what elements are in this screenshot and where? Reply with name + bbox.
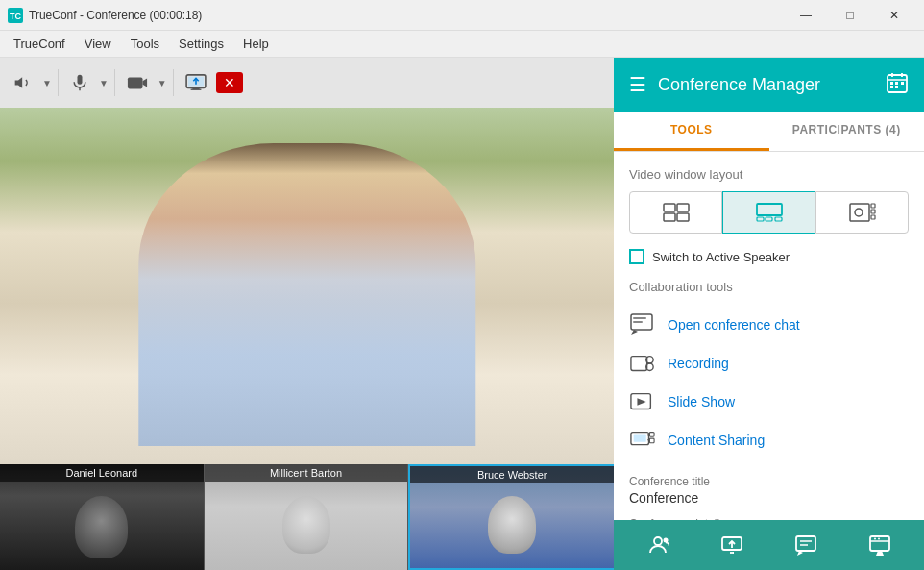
collab-label: Collaboration tools <box>629 280 909 294</box>
app-icon: TC <box>8 8 23 23</box>
svg-point-52 <box>737 549 739 551</box>
participants-bottom-button[interactable] <box>637 524 679 566</box>
content-sharing-link[interactable]: Content Sharing <box>668 433 765 448</box>
separator-2 <box>114 69 115 96</box>
svg-rect-22 <box>677 204 689 211</box>
calendar-icon[interactable] <box>886 71 909 99</box>
speaker-dropdown-icon[interactable]: ▼ <box>42 78 52 88</box>
svg-rect-17 <box>895 82 898 85</box>
recording-icon <box>629 350 656 377</box>
content-sharing-item[interactable]: Content Sharing <box>629 421 909 459</box>
svg-rect-45 <box>649 433 654 437</box>
conference-manager-header: ☰ Conference Manager <box>614 58 924 112</box>
tools-content: Video window layout <box>614 152 924 520</box>
screen-share-button[interactable] <box>180 65 212 100</box>
svg-rect-36 <box>633 321 643 323</box>
menu-tools[interactable]: Tools <box>121 33 169 55</box>
svg-rect-27 <box>766 217 772 221</box>
layout-spotlight-button[interactable] <box>815 191 909 234</box>
menu-trueconf[interactable]: TrueConf <box>4 33 75 55</box>
svg-rect-38 <box>631 357 647 371</box>
conference-info: Conference title Conference Conference d… <box>629 475 909 520</box>
thumb-name-1: Daniel Leonard <box>0 464 204 482</box>
svg-point-61 <box>874 538 876 540</box>
svg-rect-16 <box>890 82 893 85</box>
chat-icon <box>629 311 656 338</box>
chat-bottom-button[interactable] <box>785 524 827 566</box>
close-button[interactable]: ✕ <box>872 0 916 31</box>
svg-rect-3 <box>77 75 82 85</box>
right-panel: ☰ Conference Manager TOOLS PARTICIP <box>614 58 924 570</box>
svg-marker-2 <box>15 77 23 88</box>
menu-help[interactable]: Help <box>233 33 279 55</box>
share-screen-bottom-button[interactable] <box>711 524 753 566</box>
window-controls: — □ ✕ <box>784 0 916 31</box>
cm-bottom-toolbar <box>614 520 924 570</box>
svg-rect-31 <box>871 204 875 208</box>
settings-bottom-button[interactable] <box>859 524 901 566</box>
svg-rect-35 <box>633 317 646 319</box>
video-figure <box>138 143 475 446</box>
svg-rect-26 <box>757 217 764 221</box>
svg-rect-25 <box>757 204 782 215</box>
open-chat-item[interactable]: Open conference chat <box>629 306 909 344</box>
chat-link[interactable]: Open conference chat <box>668 317 800 333</box>
thumbnail-1: Daniel Leonard <box>0 464 205 570</box>
svg-point-62 <box>878 538 880 540</box>
svg-rect-33 <box>871 215 875 219</box>
svg-rect-5 <box>128 78 143 89</box>
slideshow-item[interactable]: Slide Show <box>629 383 909 421</box>
camera-dropdown-icon[interactable]: ▼ <box>158 78 167 88</box>
menu-bar: TrueConf View Tools Settings Help <box>0 31 924 58</box>
recording-item[interactable]: Recording <box>629 344 909 383</box>
separator-1 <box>58 69 59 96</box>
slideshow-icon <box>629 388 656 415</box>
tab-participants[interactable]: PARTICIPANTS (4) <box>769 112 925 151</box>
rec-icon: ✕ <box>224 75 235 90</box>
svg-marker-6 <box>142 78 147 87</box>
svg-rect-28 <box>775 217 782 221</box>
switch-speaker-row: Switch to Active Speaker <box>629 249 909 264</box>
menu-settings[interactable]: Settings <box>169 33 233 55</box>
svg-rect-20 <box>895 86 898 88</box>
layout-buttons <box>629 191 909 234</box>
switch-speaker-label: Switch to Active Speaker <box>652 250 790 264</box>
svg-line-47 <box>648 434 649 435</box>
menu-view[interactable]: View <box>75 33 121 55</box>
switch-speaker-checkbox[interactable] <box>629 249 644 264</box>
svg-rect-54 <box>796 536 815 551</box>
conference-manager-title: Conference Manager <box>658 75 874 95</box>
cm-tabs: TOOLS PARTICIPANTS (4) <box>614 112 924 152</box>
hamburger-icon[interactable]: ☰ <box>629 73 646 96</box>
main-layout: ▼ ▼ ▼ <box>0 58 924 570</box>
video-layout-label: Video window layout <box>629 167 909 182</box>
svg-marker-42 <box>637 398 645 405</box>
minimize-button[interactable]: — <box>784 0 828 31</box>
slideshow-link[interactable]: Slide Show <box>668 394 735 409</box>
svg-rect-46 <box>649 438 654 443</box>
svg-rect-23 <box>664 213 675 221</box>
conf-title-label: Conference title <box>629 475 909 488</box>
recording-active-button[interactable]: ✕ <box>216 72 243 93</box>
separator-3 <box>173 69 174 96</box>
svg-rect-29 <box>850 204 869 221</box>
svg-rect-24 <box>677 213 689 221</box>
maximize-button[interactable]: □ <box>828 0 872 31</box>
video-toolbar: ▼ ▼ ▼ <box>0 58 614 108</box>
camera-button[interactable] <box>121 65 154 100</box>
svg-rect-21 <box>664 204 675 211</box>
video-panel: ▼ ▼ ▼ <box>0 58 614 570</box>
mic-button[interactable] <box>64 65 95 100</box>
svg-point-30 <box>855 209 863 216</box>
mic-dropdown-icon[interactable]: ▼ <box>99 78 109 88</box>
layout-main-button[interactable] <box>722 191 815 234</box>
layout-grid-button[interactable] <box>629 191 722 234</box>
thumbnail-strip: Daniel Leonard Millicent Barton Bruce We… <box>0 464 614 570</box>
thumb-name-2: Millicent Barton <box>205 464 408 482</box>
recording-link[interactable]: Recording <box>668 356 729 371</box>
speaker-button[interactable] <box>8 65 38 100</box>
svg-rect-32 <box>871 210 875 213</box>
svg-rect-18 <box>901 82 904 85</box>
tab-tools[interactable]: TOOLS <box>614 112 769 151</box>
window-title: TrueConf - Conference (00:00:18) <box>29 9 784 22</box>
